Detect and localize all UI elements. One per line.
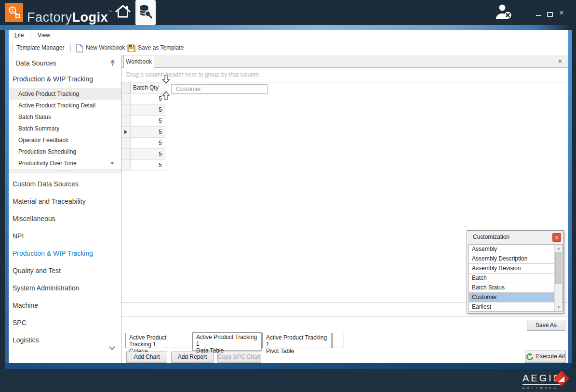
field-earliest[interactable]: Earliest [469,302,555,312]
category-custom-data-sources[interactable]: Custom Data Sources [9,175,121,193]
window-border-left [5,30,9,363]
brand-trademark: ™ [108,10,112,14]
table-row[interactable]: 5 [121,149,165,160]
field-customer[interactable]: Customer [469,293,555,302]
menu-separator [31,32,31,39]
group-by-bar[interactable]: Drag a column header here to group by th… [121,68,568,82]
menu-file[interactable]: File [14,32,24,39]
sidebar-item-label: Productivity Over Time [18,160,77,167]
scrollbar-up-icon[interactable]: ▲ [555,245,563,252]
window-border-right [568,30,572,363]
save-as-template-icon[interactable] [127,44,135,53]
category-material-and-traceability[interactable]: Material and Traceability [9,193,121,210]
table-row[interactable]: 5 [121,160,165,171]
sidebar-item-productivity-over-time[interactable]: Productivity Over Time [9,157,121,169]
category-logistics[interactable]: Logistics [9,331,121,349]
workbook-close-icon[interactable]: × [556,56,564,66]
batch-qty-cell[interactable]: 5 [131,116,165,127]
menu-view[interactable]: View [38,32,50,39]
category-system-administration[interactable]: System Administration [9,279,121,297]
customization-title: Customization [473,234,509,240]
pin-icon[interactable] [110,59,115,68]
field-batch[interactable]: Batch [469,274,555,283]
menu-bar: File View [9,30,568,41]
customization-panel: Customization x Assembly Assembly Descri… [467,230,564,314]
tab-label-line2: Pivot Table [266,348,328,354]
batch-qty-cell[interactable]: 5 [131,105,165,116]
category-machine[interactable]: Machine [9,297,121,314]
sidebar-item-batch-summary[interactable]: Batch Summary [9,123,121,134]
save-as-template-button[interactable]: Save as Template [138,44,184,51]
category-production-wip-tracking[interactable]: Production & WIP Tracking [9,245,121,262]
add-chart-button[interactable]: Add Chart [126,352,167,363]
batch-qty-cell[interactable]: 5 [131,138,165,149]
brand-factory: Factory [27,10,72,25]
maximize-icon [547,12,553,17]
table-row[interactable]: 5 [121,116,165,127]
minimize-button[interactable] [533,12,544,19]
column-header-batch-qty[interactable]: Batch Qty [131,82,165,93]
sidebar-item-active-product-tracking[interactable]: Active Product Tracking [9,88,121,100]
category-spc[interactable]: SPC [9,314,121,331]
scrollbar-thumb[interactable] [555,252,562,284]
batch-qty-cell[interactable]: 5 [131,149,165,160]
close-button[interactable]: × [556,8,567,18]
table-row[interactable]: 5 [121,138,165,149]
tab-criteria[interactable]: Active Product Tracking 1 Criteria [125,333,192,348]
scroll-down-chevron-icon[interactable] [107,344,117,353]
new-workbook-icon[interactable] [76,44,83,54]
category-miscellaneous[interactable]: Miscellaneous [9,210,121,227]
tab-label-line1: Active Product Tracking 1 [196,334,258,347]
table-row[interactable]: 5 [121,93,165,105]
scrollbar-down-icon[interactable]: ▼ [555,304,563,311]
execute-all-label: Execute All [536,351,564,362]
row-indicator-cell [121,149,131,160]
save-as-button[interactable]: Save As [527,320,565,331]
group-header-production-wip[interactable]: Production & WIP Tracking [13,75,93,83]
list-splitter-handle[interactable]: ······ [9,169,121,173]
aegis-diamond-icon [553,370,570,390]
toolbar-grip [11,44,13,52]
batch-qty-cell[interactable]: 5 [131,93,165,105]
table-row[interactable]: 5 [121,127,165,138]
batch-qty-cell[interactable]: 5 [131,127,165,138]
maximize-button[interactable] [545,11,555,18]
sidebar-item-active-product-tracking-detail[interactable]: Active Product Tracking Detail [9,100,121,111]
tab-data-table[interactable]: Active Product Tracking 1 Data Table [192,332,262,351]
sidebar-item-operator-feedback[interactable]: Operator Feedback [9,134,121,146]
tab-new-empty[interactable] [332,333,344,348]
window-border-top [0,25,576,30]
execute-refresh-icon [526,353,534,361]
execute-all-button[interactable]: Execute All [525,351,566,363]
chevron-down-icon[interactable] [110,162,114,165]
toolbar: Template Manager New Workbook Save as Te… [9,41,568,55]
close-icon: × [559,9,563,17]
field-assembly[interactable]: Assembly [469,245,555,254]
database-search-icon [139,4,152,21]
new-workbook-button[interactable]: New Workbook [86,44,125,51]
field-batch-status[interactable]: Batch Status [469,283,555,293]
workbook-tab-strip: Workbook × [121,55,568,68]
field-assembly-revision[interactable]: Assembly Revision [469,264,555,274]
row-indicator-cell [121,160,131,171]
table-row[interactable]: 5 [121,105,165,116]
dragged-column-header-customer[interactable]: Customer [171,84,268,94]
home-button[interactable] [112,0,134,25]
scrollbar[interactable]: ▲ ▼ [554,245,562,311]
category-quality-and-test[interactable]: Quality and Test [9,262,121,279]
tab-workbook[interactable]: Workbook [123,55,154,68]
app-title: FactoryLogix™ [27,0,112,25]
minimize-icon [536,15,541,16]
template-manager-button[interactable]: Template Manager [16,44,64,51]
logout-user-button[interactable] [493,0,515,25]
sidebar-item-production-scheduling[interactable]: Production Scheduling [9,146,121,157]
field-assembly-description[interactable]: Assembly Description [469,254,555,264]
batch-qty-cell[interactable]: 5 [131,160,165,171]
customization-close-button[interactable]: x [552,233,561,242]
brand-logix: Logix [72,10,108,25]
data-analysis-button[interactable] [135,0,156,25]
drop-indicator-down-arrow-icon [162,75,170,85]
sidebar-item-batch-status[interactable]: Batch Status [9,111,121,123]
tab-pivot-table[interactable]: Active Product Tracking 1 Pivot Table [262,333,332,348]
category-npi[interactable]: NPI [9,227,121,245]
